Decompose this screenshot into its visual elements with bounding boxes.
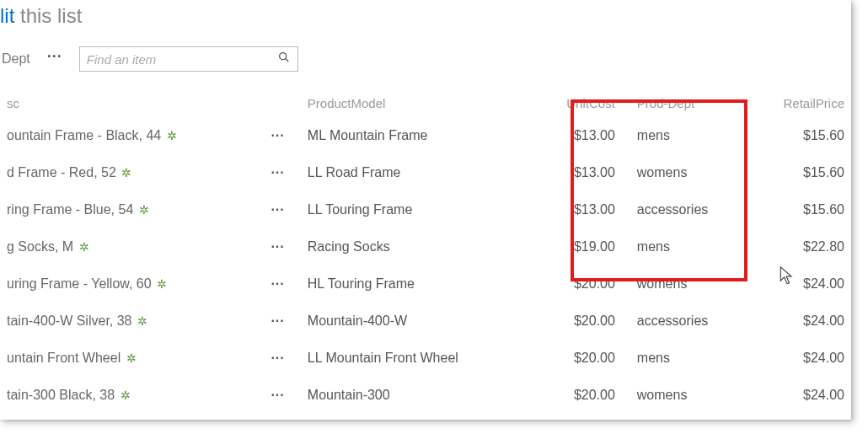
- col-dept[interactable]: Prod-Dept: [622, 83, 739, 117]
- desc-text: g Socks, M: [7, 239, 73, 254]
- cell-retail: $15.60: [739, 117, 851, 154]
- cell-model: LL Touring Frame: [301, 191, 525, 228]
- new-item-icon: ✲: [139, 203, 149, 217]
- desc-text: untain Front Wheel: [7, 351, 121, 365]
- new-item-icon: ✲: [79, 240, 89, 254]
- ellipsis-icon[interactable]: ···: [271, 388, 284, 402]
- cell-cost: $20.00: [525, 377, 622, 414]
- col-cost[interactable]: UnitCost: [525, 83, 622, 117]
- product-table: sc ProductModel UnitCost Prod-Dept Retai…: [0, 83, 851, 414]
- new-item-icon: ✲: [126, 351, 137, 365]
- row-actions[interactable]: ···: [255, 303, 300, 340]
- cell-dept: womens: [622, 265, 739, 303]
- cursor-icon: [780, 266, 795, 290]
- edit-link-grey: this list: [14, 4, 82, 27]
- svg-line-1: [285, 59, 288, 62]
- cell-dept: womens: [622, 377, 739, 414]
- col-retail[interactable]: RetailPrice: [739, 83, 851, 117]
- row-actions[interactable]: ···: [255, 117, 300, 154]
- cell-dept: accessories: [622, 191, 739, 228]
- table-header: sc ProductModel UnitCost Prod-Dept Retai…: [0, 83, 851, 117]
- cell-model: LL Road Frame: [301, 154, 525, 191]
- ellipsis-icon[interactable]: ···: [271, 165, 284, 179]
- table-row[interactable]: g Socks, M ✲···Racing Socks$19.00mens$22…: [0, 228, 851, 265]
- ellipsis-icon[interactable]: ···: [271, 128, 284, 142]
- cell-cost: $19.00: [525, 228, 622, 265]
- cell-dept: mens: [622, 228, 739, 265]
- toolbar: Dept ···: [0, 32, 851, 83]
- table-row[interactable]: ring Frame - Blue, 54 ✲···LL Touring Fra…: [0, 191, 851, 228]
- cell-retail: $24.00: [739, 340, 851, 377]
- page-header: lit this list: [0, 0, 851, 32]
- cell-dept: accessories: [622, 303, 739, 340]
- desc-text: tain-400-W Silver, 38: [7, 313, 132, 328]
- row-actions[interactable]: ···: [255, 154, 300, 191]
- new-item-icon: ✲: [121, 388, 131, 402]
- search-input[interactable]: [87, 52, 255, 67]
- cell-retail: $24.00: [739, 377, 851, 414]
- cell-dept: womens: [622, 154, 739, 191]
- table-row[interactable]: tain-300 Black, 38 ✲···Mountain-300$20.0…: [0, 377, 851, 414]
- cell-cost: $13.00: [525, 154, 622, 191]
- cell-model: ML Mountain Frame: [301, 117, 525, 154]
- cell-model: Mountain-400-W: [301, 303, 525, 340]
- row-actions[interactable]: ···: [255, 191, 300, 228]
- cell-model: LL Mountain Front Wheel: [301, 340, 525, 377]
- cell-desc[interactable]: tain-300 Black, 38 ✲: [0, 377, 255, 414]
- search-icon[interactable]: [277, 51, 291, 67]
- col-model[interactable]: ProductModel: [301, 83, 525, 117]
- col-desc[interactable]: sc: [0, 83, 255, 117]
- table-row[interactable]: ountain Frame - Black, 44 ✲···ML Mountai…: [0, 117, 851, 154]
- cell-model: HL Touring Frame: [301, 265, 525, 303]
- cell-desc[interactable]: untain Front Wheel ✲: [0, 340, 255, 377]
- cell-cost: $20.00: [525, 340, 622, 377]
- new-item-icon: ✲: [137, 314, 147, 328]
- cell-model: Mountain-300: [301, 377, 525, 414]
- search-box[interactable]: [79, 46, 298, 72]
- ellipsis-icon[interactable]: ···: [271, 313, 284, 328]
- cell-cost: $13.00: [525, 191, 622, 228]
- row-actions[interactable]: ···: [255, 265, 300, 303]
- new-item-icon: ✲: [121, 166, 131, 179]
- dept-filter[interactable]: Dept: [0, 51, 30, 67]
- cell-cost: $13.00: [525, 117, 622, 154]
- toolbar-more-icon[interactable]: ···: [47, 48, 62, 71]
- col-actions: [255, 83, 300, 117]
- cell-cost: $20.00: [525, 265, 622, 303]
- cell-dept: mens: [622, 340, 739, 377]
- ellipsis-icon[interactable]: ···: [271, 202, 284, 217]
- cell-desc[interactable]: uring Frame - Yellow, 60 ✲: [0, 265, 255, 303]
- desc-text: uring Frame - Yellow, 60: [7, 276, 152, 291]
- ellipsis-icon[interactable]: ···: [271, 276, 284, 291]
- table-row[interactable]: uring Frame - Yellow, 60 ✲···HL Touring …: [0, 265, 851, 303]
- ellipsis-icon[interactable]: ···: [271, 239, 284, 254]
- row-actions[interactable]: ···: [255, 340, 300, 377]
- cell-retail: $15.60: [739, 191, 851, 228]
- cell-desc[interactable]: d Frame - Red, 52 ✲: [0, 154, 255, 191]
- cell-retail: $24.00: [739, 265, 851, 303]
- cell-retail: $15.60: [739, 154, 851, 191]
- row-actions[interactable]: ···: [255, 228, 300, 265]
- table-row[interactable]: tain-400-W Silver, 38 ✲···Mountain-400-W…: [0, 303, 851, 340]
- edit-link-accent[interactable]: lit: [0, 4, 14, 27]
- table-row[interactable]: untain Front Wheel ✲···LL Mountain Front…: [0, 340, 851, 377]
- cell-desc[interactable]: g Socks, M ✲: [0, 228, 255, 265]
- cell-desc[interactable]: ountain Frame - Black, 44 ✲: [0, 117, 255, 154]
- cell-cost: $20.00: [525, 303, 622, 340]
- cell-retail: $24.00: [739, 303, 851, 340]
- desc-text: ountain Frame - Black, 44: [7, 128, 161, 142]
- cell-desc[interactable]: ring Frame - Blue, 54 ✲: [0, 191, 255, 228]
- ellipsis-icon[interactable]: ···: [271, 351, 284, 365]
- desc-text: ring Frame - Blue, 54: [7, 202, 133, 217]
- desc-text: d Frame - Red, 52: [7, 165, 116, 179]
- cell-model: Racing Socks: [301, 228, 525, 265]
- cell-retail: $22.80: [739, 228, 851, 265]
- svg-point-0: [279, 53, 286, 60]
- cell-dept: mens: [622, 117, 739, 154]
- desc-text: tain-300 Black, 38: [7, 388, 115, 402]
- table-row[interactable]: d Frame - Red, 52 ✲···LL Road Frame$13.0…: [0, 154, 851, 191]
- new-item-icon: ✲: [167, 129, 177, 142]
- row-actions[interactable]: ···: [255, 377, 300, 414]
- cell-desc[interactable]: tain-400-W Silver, 38 ✲: [0, 303, 255, 340]
- new-item-icon: ✲: [157, 277, 167, 291]
